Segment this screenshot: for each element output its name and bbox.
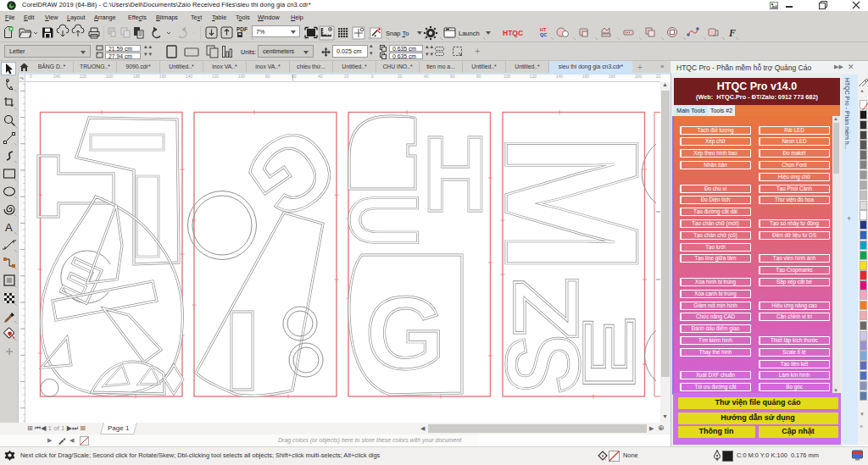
svg-text:A: A <box>5 221 13 234</box>
svg-text:M: M <box>465 132 660 275</box>
svg-text:QC: QC <box>540 32 547 37</box>
svg-text:F: F <box>728 27 736 39</box>
svg-text:G: G <box>365 276 444 390</box>
svg-text:U: U <box>330 193 439 247</box>
svg-text:E: E <box>568 316 649 390</box>
svg-text:PDF: PDF <box>236 26 248 32</box>
